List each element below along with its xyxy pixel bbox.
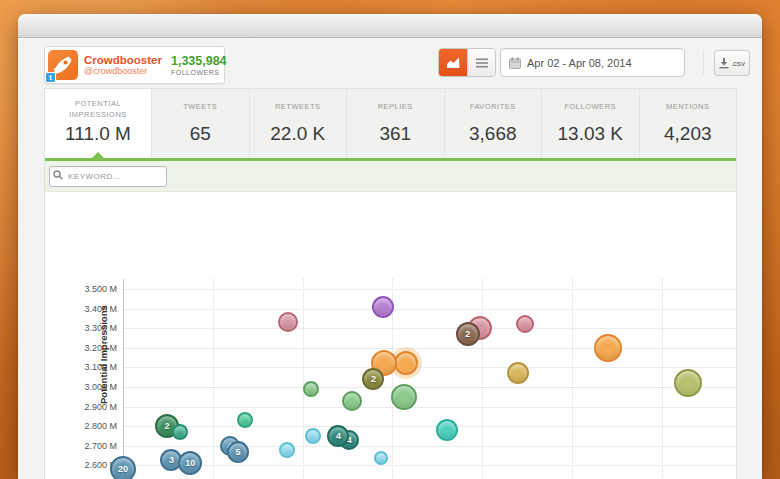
gridline-vertical [482, 279, 483, 479]
gridline-horizontal [123, 328, 737, 329]
bubble[interactable] [278, 312, 298, 332]
y-axis-tick-label: 2.700 M [59, 441, 117, 451]
stats-tab-favorites[interactable]: FAVORITES3,668 [444, 89, 542, 158]
y-axis-line [123, 279, 124, 479]
bubble[interactable] [279, 442, 295, 458]
download-icon [719, 58, 729, 69]
y-axis-title: Potential Impressions [98, 305, 109, 404]
profile-card[interactable]: t Crowdbooster @crowdbooster 1,335,984 F… [44, 46, 225, 84]
y-axis-tick-label: 3.500 M [59, 284, 117, 294]
bubble[interactable] [372, 296, 394, 318]
date-range-text: Apr 02 - Apr 08, 2014 [527, 57, 632, 69]
gridline-horizontal [123, 309, 737, 310]
export-csv-label: .csv [731, 59, 745, 68]
app-window: t Crowdbooster @crowdbooster 1,335,984 F… [18, 14, 762, 479]
bubble[interactable] [507, 362, 529, 384]
dashboard-card: POTENTIAL IMPRESSIONS111.0 MTWEETS65RETW… [44, 88, 737, 479]
stats-tab-retweets[interactable]: RETWEETS22.0 K [249, 89, 347, 158]
stats-tab-label: TWEETS [152, 99, 249, 121]
stats-tab-label: POTENTIAL IMPRESSIONS [45, 99, 151, 121]
bubble-replies-count: 5 [235, 447, 240, 457]
stats-tab-value: 22.0 K [250, 123, 347, 145]
stats-tab-followers[interactable]: FOLLOWERS13.03 K [541, 89, 639, 158]
stats-tab-value: 4,203 [640, 123, 737, 145]
bubble-replies-count: 2 [371, 374, 376, 384]
header-bar: t Crowdbooster @crowdbooster 1,335,984 F… [44, 46, 737, 84]
crowdbooster-logo: t [48, 50, 78, 80]
stats-tab-value: 111.0 M [45, 123, 151, 145]
bubble-chart: 2.500 M2.600 M2.700 M2.800 M2.900 M3.000… [45, 266, 736, 479]
bubble[interactable]: 10 [178, 451, 202, 475]
gridline-horizontal [123, 289, 737, 290]
bubble[interactable]: 20 [110, 456, 136, 479]
bubble[interactable]: 5 [227, 441, 249, 463]
bubble[interactable] [172, 424, 188, 440]
profile-handle: @crowdbooster [84, 66, 162, 76]
bubble-replies-count: 2 [164, 421, 169, 431]
stats-tab-replies[interactable]: REPLIES361 [346, 89, 444, 158]
stats-tab-label: FOLLOWERS [542, 99, 639, 121]
gridline-vertical [662, 279, 663, 479]
stats-tab-potential-impressions[interactable]: POTENTIAL IMPRESSIONS111.0 M [45, 89, 151, 158]
bubble[interactable] [674, 369, 702, 397]
area-chart-icon [447, 57, 460, 69]
stats-tab-label: FAVORITES [445, 99, 542, 121]
bubble-replies-count: 3 [169, 455, 174, 465]
stats-tab-value: 3,668 [445, 123, 542, 145]
stats-tab-value: 361 [347, 123, 444, 145]
twitter-bird-icon: t [45, 72, 56, 83]
bubble[interactable] [436, 419, 458, 441]
list-view-button[interactable] [467, 49, 495, 76]
gridline-horizontal [123, 387, 737, 388]
bubble-replies-count: 2 [465, 329, 470, 339]
gridline-vertical [303, 279, 304, 479]
profile-name: Crowdbooster [84, 54, 162, 66]
gridline-horizontal [123, 348, 737, 349]
y-axis-tick-label: 2.600 M [59, 460, 117, 470]
list-icon [476, 58, 488, 68]
y-axis-tick-label: 2.800 M [59, 421, 117, 431]
keyword-input[interactable] [49, 166, 167, 187]
gridline-horizontal [123, 446, 737, 447]
bubble[interactable] [374, 451, 388, 465]
date-range-picker[interactable]: Apr 02 - Apr 08, 2014 [500, 48, 685, 77]
profile-names: Crowdbooster @crowdbooster [84, 54, 162, 76]
bubble[interactable] [303, 381, 319, 397]
keyword-filter-bar [45, 161, 736, 192]
calendar-icon [509, 57, 521, 69]
window-titlebar[interactable] [18, 14, 762, 38]
stats-tab-label: RETWEETS [250, 99, 347, 121]
gridline-horizontal [123, 465, 737, 466]
gridline-horizontal [123, 367, 737, 368]
export-csv-button[interactable]: .csv [714, 50, 750, 76]
stats-tab-label: REPLIES [347, 99, 444, 121]
bubble[interactable] [594, 334, 622, 362]
bubble[interactable] [342, 391, 362, 411]
stats-tab-tweets[interactable]: TWEETS65 [151, 89, 249, 158]
bubble[interactable] [394, 351, 418, 375]
bubble[interactable]: 2 [456, 322, 480, 346]
gridline-horizontal [123, 426, 737, 427]
gridline-vertical [213, 279, 214, 479]
active-tab-indicator-line [45, 158, 736, 161]
stats-tab-label: MENTIONS [640, 99, 737, 121]
followers-summary: 1,335,984 FOLLOWERS [171, 54, 227, 76]
bubble[interactable] [391, 384, 417, 410]
stats-tab-value: 13.03 K [542, 123, 639, 145]
bubble-replies-count: 20 [118, 464, 128, 474]
followers-label: FOLLOWERS [171, 69, 227, 76]
chart-view-button[interactable] [439, 49, 467, 76]
gridline-horizontal [123, 407, 737, 408]
gridline-vertical [572, 279, 573, 479]
bubble[interactable] [516, 315, 534, 333]
search-icon [53, 170, 63, 180]
bubble[interactable] [305, 428, 321, 444]
view-toggle [438, 48, 496, 77]
stats-tab-row: POTENTIAL IMPRESSIONS111.0 MTWEETS65RETW… [45, 89, 736, 158]
followers-count: 1,335,984 [171, 54, 227, 68]
stats-tab-mentions[interactable]: MENTIONS4,203 [639, 89, 737, 158]
divider [703, 51, 704, 74]
bubble-replies-count: 10 [185, 458, 195, 468]
bubble-replies-count: 4 [336, 431, 341, 441]
stats-tab-value: 65 [152, 123, 249, 145]
